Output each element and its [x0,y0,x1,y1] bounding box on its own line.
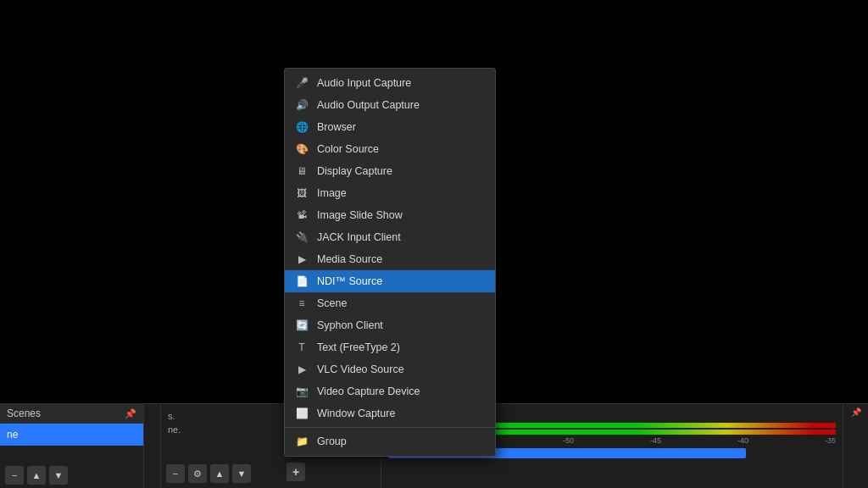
menu-item-jack-input-client[interactable]: 🔌JACK Input Client [285,226,495,248]
sources-up-button[interactable]: ▲ [210,464,229,483]
color-source-icon: 🎨 [295,142,309,156]
context-menu: 🎤Audio Input Capture🔊Audio Output Captur… [284,68,496,457]
image-icon: 🖼 [295,186,309,200]
scenes-down-button[interactable]: ▼ [49,466,68,485]
ndi-source-icon: 📄 [295,274,309,288]
add-source-button[interactable]: + [287,463,305,481]
scenes-minus-button[interactable]: − [5,466,24,485]
jack-input-client-label: JACK Input Client [317,231,401,243]
scene-label: Scene [317,297,347,309]
scenes-label: Scenes [7,408,41,419]
mixer-pin-icon: 📌 [851,408,861,417]
add-source-area: + [287,463,305,481]
text-freetype2-label: Text (FreeType 2) [317,341,400,353]
menu-item-audio-output-capture[interactable]: 🔊Audio Output Capture [285,94,495,116]
media-source-label: Media Source [317,253,382,265]
syphon-client-icon: 🔄 [295,319,309,332]
group-label: Group [317,435,347,447]
vlc-video-source-label: VLC Video Source [317,363,404,375]
audio-output-capture-icon: 🔊 [295,98,309,112]
menu-item-vlc-video-source[interactable]: ▶VLC Video Source [285,358,495,380]
menu-item-color-source[interactable]: 🎨Color Source [285,138,495,160]
menu-item-syphon-client[interactable]: 🔄Syphon Client [285,314,495,336]
sources-down-button[interactable]: ▼ [232,464,251,483]
menu-item-video-capture-device[interactable]: 📷Video Capture Device [285,380,495,402]
menu-item-text-freetype2[interactable]: TText (FreeType 2) [285,336,495,358]
audio-output-capture-label: Audio Output Capture [317,99,420,111]
audio-input-capture-label: Audio Input Capture [317,77,411,89]
display-capture-label: Display Capture [317,165,392,177]
window-capture-icon: ⬜ [295,407,309,420]
image-slide-show-label: Image Slide Show [317,209,403,221]
group-icon: 📁 [295,435,309,448]
image-slide-show-icon: 📽 [295,208,309,222]
vlc-video-source-icon: ▶ [295,363,309,376]
window-capture-label: Window Capture [317,408,395,419]
scene-icon: ≡ [295,297,309,310]
menu-item-scene[interactable]: ≡Scene [285,292,495,314]
browser-icon: 🌐 [295,120,309,134]
scenes-up-button[interactable]: ▲ [27,466,46,485]
scenes-panel-header: Scenes 📌 [0,404,143,424]
media-source-icon: ▶ [295,252,309,266]
scenes-pin-icon: 📌 [125,408,136,419]
sources-panel-edge [144,404,161,488]
sources-minus-button[interactable]: − [166,464,185,483]
display-capture-icon: 🖥 [295,164,309,178]
menu-item-audio-input-capture[interactable]: 🎤Audio Input Capture [285,72,495,94]
syphon-client-label: Syphon Client [317,319,383,331]
menu-item-browser[interactable]: 🌐Browser [285,116,495,138]
video-capture-device-icon: 📷 [295,385,309,398]
menu-item-image[interactable]: 🖼Image [285,182,495,204]
sources-settings-button[interactable]: ⚙ [188,464,207,483]
scenes-panel: Scenes 📌 ne − ▲ ▼ [0,404,144,488]
audio-input-capture-icon: 🎤 [295,76,309,90]
menu-item-ndi-source[interactable]: 📄NDI™ Source [285,270,495,292]
video-capture-device-label: Video Capture Device [317,385,420,397]
menu-item-window-capture[interactable]: ⬜Window Capture [285,402,495,424]
mixer-pin-panel: 📌 [843,404,868,488]
scenes-controls: − ▲ ▼ [0,463,143,488]
menu-item-group[interactable]: 📁Group [285,430,495,452]
text-freetype2-icon: T [295,341,309,354]
color-source-label: Color Source [317,143,379,155]
ndi-source-label: NDI™ Source [317,275,382,287]
scene-item[interactable]: ne [0,424,143,446]
sources-controls: − ⚙ ▲ ▼ [166,464,251,483]
menu-item-media-source[interactable]: ▶Media Source [285,248,495,270]
browser-label: Browser [317,121,356,133]
menu-item-display-capture[interactable]: 🖥Display Capture [285,160,495,182]
menu-item-image-slide-show[interactable]: 📽Image Slide Show [285,204,495,226]
jack-input-client-icon: 🔌 [295,230,309,244]
image-label: Image [317,187,347,199]
menu-separator [285,427,495,428]
